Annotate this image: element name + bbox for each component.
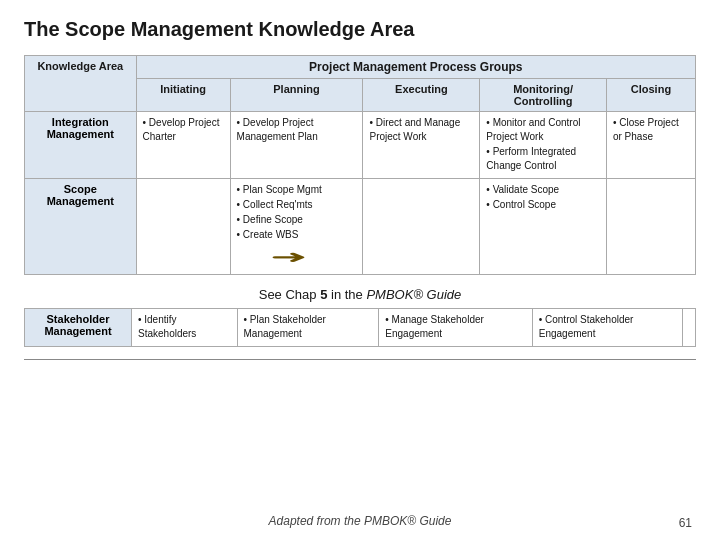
list-item: Plan Stakeholder Management <box>244 313 373 341</box>
knowledge-area-header: Knowledge Area <box>25 56 137 112</box>
stakeholder-closing <box>682 309 695 347</box>
scope-closing <box>606 179 695 275</box>
list-item: Validate Scope <box>486 183 600 197</box>
list-item: Manage Stakeholder Engagement <box>385 313 525 341</box>
table-row: Stakeholder Management Identify Stakehol… <box>25 309 696 347</box>
table-row: Scope Management Plan Scope Mgmt Collect… <box>25 179 696 275</box>
list-item: Identify Stakeholders <box>138 313 231 341</box>
monitoring-header: Monitoring/ Controlling <box>480 79 607 112</box>
integration-monitoring: Monitor and Control Project Work Perform… <box>480 112 607 179</box>
list-item: Develop Project Management Plan <box>237 116 357 144</box>
list-item: Create WBS <box>237 228 357 242</box>
stakeholder-executing: Manage Stakeholder Engagement <box>379 309 532 347</box>
stakeholder-management-label: Stakeholder Management <box>25 309 132 347</box>
list-item: Control Scope <box>486 198 600 212</box>
initiating-header: Initiating <box>136 79 230 112</box>
scope-initiating <box>136 179 230 275</box>
main-table: Knowledge Area Project Management Proces… <box>24 55 696 275</box>
footer: Adapted from the PMBOK® Guide 61 <box>24 506 696 528</box>
page-number: 61 <box>679 516 692 530</box>
integration-initiating: Develop Project Charter <box>136 112 230 179</box>
list-item: Define Scope <box>237 213 357 227</box>
scope-executing <box>363 179 480 275</box>
list-item: Control Stakeholder Engagement <box>539 313 676 341</box>
see-chap-suffix: in the <box>327 287 366 302</box>
stakeholder-monitoring: Control Stakeholder Engagement <box>532 309 682 347</box>
arrow-icon: ➜ <box>270 245 308 270</box>
integration-closing: Close Project or Phase <box>606 112 695 179</box>
list-item: Perform Integrated Change Control <box>486 145 600 173</box>
list-item: Direct and Manage Project Work <box>369 116 473 144</box>
list-item: Monitor and Control Project Work <box>486 116 600 144</box>
scope-management-label: Scope Management <box>25 179 137 275</box>
integration-planning: Develop Project Management Plan <box>230 112 363 179</box>
footer-divider <box>24 359 696 360</box>
list-item: Collect Req'mts <box>237 198 357 212</box>
stakeholder-initiating: Identify Stakeholders <box>132 309 238 347</box>
stakeholder-table: Stakeholder Management Identify Stakehol… <box>24 308 696 347</box>
list-item: Close Project or Phase <box>613 116 689 144</box>
scope-monitoring: Validate Scope Control Scope <box>480 179 607 275</box>
table-row: Integration Management Develop Project C… <box>25 112 696 179</box>
integration-executing: Direct and Manage Project Work <box>363 112 480 179</box>
executing-header: Executing <box>363 79 480 112</box>
list-item: Develop Project Charter <box>143 116 224 144</box>
see-chap-guide: PMBOK® Guide <box>366 287 461 302</box>
list-item: Plan Scope Mgmt <box>237 183 357 197</box>
planning-header: Planning <box>230 79 363 112</box>
process-groups-header: Project Management Process Groups <box>136 56 695 79</box>
footer-text: Adapted from the PMBOK® Guide <box>269 514 452 528</box>
closing-header: Closing <box>606 79 695 112</box>
see-chap-prefix: See Chap <box>259 287 320 302</box>
page: The Scope Management Knowledge Area Know… <box>0 0 720 540</box>
title-bar: The Scope Management Knowledge Area <box>24 18 696 41</box>
scope-planning: Plan Scope Mgmt Collect Req'mts Define S… <box>230 179 363 275</box>
stakeholder-planning: Plan Stakeholder Management <box>237 309 379 347</box>
arrow-container: ➜ <box>237 243 357 270</box>
see-chap: See Chap 5 in the PMBOK® Guide <box>24 287 696 302</box>
page-title: The Scope Management Knowledge Area <box>24 18 414 41</box>
integration-management-label: Integration Management <box>25 112 137 179</box>
